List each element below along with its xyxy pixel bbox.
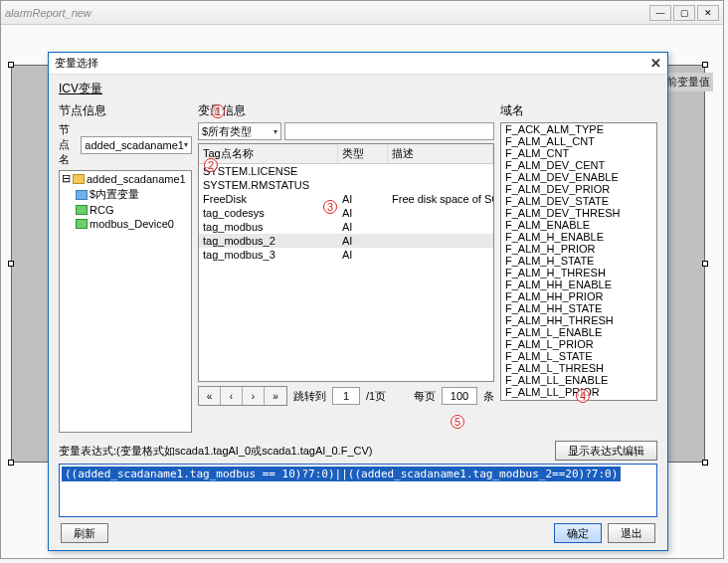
domain-item[interactable]: F_ALM_L_STATE xyxy=(501,350,656,362)
cell-name: tag_modbus xyxy=(199,220,338,234)
resize-handle[interactable] xyxy=(702,460,708,466)
table-row[interactable]: tag_codesysAI xyxy=(199,206,493,220)
page-input[interactable] xyxy=(332,387,360,405)
resize-handle[interactable] xyxy=(8,460,14,466)
first-page-button[interactable]: « xyxy=(199,387,221,405)
tree-item[interactable]: modbus_Device0 xyxy=(60,217,191,231)
parent-title: alarmReport_new xyxy=(5,7,91,19)
perpage-label: 每页 xyxy=(414,389,436,404)
maximize-button[interactable]: ▢ xyxy=(673,5,695,21)
domain-item[interactable]: F_ALM_DEV_ENABLE xyxy=(501,171,656,183)
col-desc[interactable]: 描述 xyxy=(388,144,493,163)
table-row[interactable]: tag_modbus_3AI xyxy=(199,248,493,262)
domain-item[interactable]: F_ALM_H_STATE xyxy=(501,255,656,267)
col-name[interactable]: Tag点名称 xyxy=(199,144,338,163)
ok-button[interactable]: 确定 xyxy=(554,523,602,543)
tag-table: Tag点名称 类型 描述 SYSTEM.LICENSESYSTEM.RMSTAT… xyxy=(198,143,494,382)
cell-type: AI xyxy=(338,220,388,234)
domain-item[interactable]: F_ALM_LL_ENABLE xyxy=(501,374,656,386)
cell-desc: Free disk space of SCADA... xyxy=(388,192,493,206)
expression-row: 变量表达式:(变量格式如scada1.tagAI_0或scada1.tagAI_… xyxy=(59,441,657,461)
domain-list[interactable]: F_ACK_ALM_TYPEF_ALM_ALL_CNTF_ALM_CNTF_AL… xyxy=(500,122,657,401)
dialog-body: ICV变量 节点信息 节点名 added_scadaname1 ▾ ⊟ adde… xyxy=(49,75,667,549)
table-body: SYSTEM.LICENSESYSTEM.RMSTATUSFreeDiskAIF… xyxy=(199,164,493,262)
varinfo-panel: 变量信息 $所有类型 ▾ Tag点名称 类型 描述 SYSTEM.LICENSE… xyxy=(198,100,494,433)
resize-handle[interactable] xyxy=(702,62,708,68)
prev-page-button[interactable]: ‹ xyxy=(221,387,243,405)
pager: « ‹ › » 跳转到 /1页 每页 条 xyxy=(198,386,494,406)
minimize-button[interactable]: — xyxy=(649,5,671,21)
table-row[interactable]: SYSTEM.LICENSE xyxy=(199,164,493,178)
domain-item[interactable]: F_ALM_HH_THRESH xyxy=(501,314,656,326)
domain-item[interactable]: F_ALM_L_ENABLE xyxy=(501,326,656,338)
cell-desc xyxy=(388,248,493,262)
type-filter-combo[interactable]: $所有类型 ▾ xyxy=(198,122,281,140)
cell-desc xyxy=(388,220,493,234)
tree-item[interactable]: RCG xyxy=(60,203,191,217)
domain-item[interactable]: F_ALM_DEV_PRIOR xyxy=(501,183,656,195)
pager-buttons: « ‹ › » xyxy=(198,386,287,406)
domain-item[interactable]: F_ALM_LL_PRIOR xyxy=(501,386,656,398)
domain-item[interactable]: F_ALM_DEV_THRESH xyxy=(501,207,656,219)
cell-desc xyxy=(388,206,493,220)
green-icon xyxy=(76,219,88,229)
table-row[interactable]: tag_modbusAI xyxy=(199,220,493,234)
cell-name: FreeDisk xyxy=(199,192,338,206)
tree-item-label: $内置变量 xyxy=(90,187,139,202)
domain-item[interactable]: F_ALM_L_THRESH xyxy=(501,362,656,374)
close-button[interactable]: ✕ xyxy=(697,5,719,21)
table-row[interactable]: SYSTEM.RMSTATUS xyxy=(199,178,493,192)
domain-item[interactable]: F_ALM_DEV_STATE xyxy=(501,195,656,207)
resize-handle[interactable] xyxy=(702,261,708,267)
cell-type xyxy=(338,178,388,192)
domain-item[interactable]: F_ALM_H_THRESH xyxy=(501,267,656,279)
cell-name: tag_modbus_3 xyxy=(199,248,338,262)
tree-item-label: RCG xyxy=(90,204,113,216)
domain-item[interactable]: F_ALM_LL_STATE xyxy=(501,398,656,401)
node-panel: 节点信息 节点名 added_scadaname1 ▾ ⊟ added_scad… xyxy=(59,100,192,433)
domain-item[interactable]: F_ALM_DEV_CENT xyxy=(501,159,656,171)
domain-item[interactable]: F_ALM_L_PRIOR xyxy=(501,338,656,350)
tab-icv[interactable]: ICV变量 xyxy=(59,81,657,97)
cell-name: tag_codesys xyxy=(199,206,338,220)
cell-type xyxy=(338,164,388,178)
domain-item[interactable]: F_ALM_H_ENABLE xyxy=(501,231,656,243)
refresh-button[interactable]: 刷新 xyxy=(61,523,108,543)
domain-item[interactable]: F_ALM_HH_PRIOR xyxy=(501,290,656,302)
domain-item[interactable]: F_ALM_H_PRIOR xyxy=(501,243,656,255)
folder-icon xyxy=(73,174,85,184)
expression-box[interactable]: ((added_scadaname1.tag_modbus == 10)?7:0… xyxy=(59,464,657,517)
dialog-footer: 刷新 确定 退出 xyxy=(59,523,657,543)
tree-item[interactable]: $内置变量 xyxy=(60,186,191,203)
domain-item[interactable]: F_ALM_HH_ENABLE xyxy=(501,279,656,290)
domain-item[interactable]: F_ALM_HH_STATE xyxy=(501,302,656,314)
col-type[interactable]: 类型 xyxy=(338,144,388,163)
expression-label: 变量表达式:(变量格式如scada1.tagAI_0或scada1.tagAI_… xyxy=(59,444,551,459)
expression-text[interactable]: ((added_scadaname1.tag_modbus == 10)?7:0… xyxy=(62,467,621,481)
domain-item[interactable]: F_ALM_ALL_CNT xyxy=(501,135,656,147)
node-name-label: 节点名 xyxy=(59,122,78,167)
tree-item-label: modbus_Device0 xyxy=(90,218,174,230)
show-expression-editor-button[interactable]: 显示表达式编辑 xyxy=(555,441,657,461)
dialog-titlebar: 变量选择 ✕ xyxy=(49,53,667,75)
exit-button[interactable]: 退出 xyxy=(608,523,655,543)
node-name-combo[interactable]: added_scadaname1 ▾ xyxy=(81,136,192,154)
next-page-button[interactable]: › xyxy=(243,387,265,405)
table-row[interactable]: tag_modbus_2AI xyxy=(199,234,493,248)
tree-item[interactable]: ⊟ added_scadaname1 xyxy=(60,171,191,186)
resize-handle[interactable] xyxy=(8,261,14,267)
close-icon[interactable]: ✕ xyxy=(650,56,661,71)
last-page-button[interactable]: » xyxy=(265,387,286,405)
domain-item[interactable]: F_ALM_CNT xyxy=(501,147,656,159)
cell-type: AI xyxy=(338,234,388,248)
perpage-input[interactable] xyxy=(442,387,477,405)
domain-item[interactable]: F_ALM_ENABLE xyxy=(501,219,656,231)
resize-handle[interactable] xyxy=(8,62,14,68)
tag-filter-input[interactable] xyxy=(284,122,494,140)
table-row[interactable]: FreeDiskAIFree disk space of SCADA... xyxy=(199,192,493,206)
table-header: Tag点名称 类型 描述 xyxy=(199,144,493,164)
domain-item[interactable]: F_ACK_ALM_TYPE xyxy=(501,123,656,135)
total-pages: /1页 xyxy=(366,389,386,404)
jump-label: 跳转到 xyxy=(293,389,326,404)
node-tree[interactable]: ⊟ added_scadaname1$内置变量RCGmodbus_Device0 xyxy=(59,170,192,433)
